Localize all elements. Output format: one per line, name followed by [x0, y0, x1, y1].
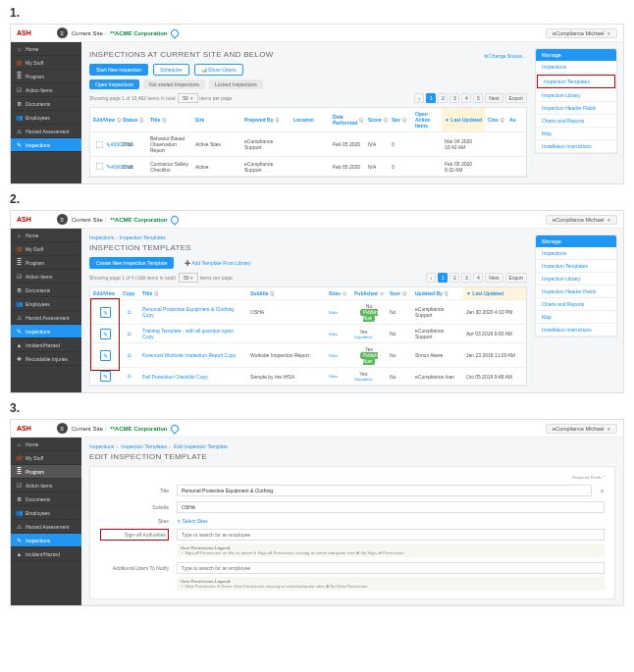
publish-badge[interactable]: Publish Now — [360, 352, 378, 365]
sidebar-item-recordable-injuries[interactable]: ✚Recordable Injuries — [11, 352, 81, 366]
sidebar-item-incident-hazard[interactable]: ▲Incident/Hazard — [11, 547, 81, 561]
template-title-link[interactable]: Personal Protective Equipment & Clothing… — [139, 300, 247, 324]
pager-prev[interactable]: ‹ — [426, 273, 436, 283]
pager-next[interactable]: Next — [485, 273, 502, 283]
template-title-link[interactable]: Training Template - with all question ty… — [139, 325, 247, 342]
row-checkbox[interactable] — [96, 140, 104, 148]
edit-icon[interactable]: ✎ — [100, 350, 111, 361]
pin-icon[interactable] — [170, 214, 181, 225]
unpublish-link[interactable]: Unpublish — [354, 335, 373, 339]
pager-prev[interactable]: ‹ — [414, 93, 424, 103]
edit-icon[interactable]: ✎ — [100, 329, 111, 339]
pager-next[interactable]: Next — [485, 93, 502, 103]
tab-not-started-inspections[interactable]: Not started Inspections — [143, 79, 205, 89]
sidebar-item-hazard-assessment[interactable]: ⚠Hazard Assessment — [11, 311, 81, 325]
copy-icon[interactable]: ⧉ — [128, 309, 132, 316]
copy-icon[interactable]: ⧉ — [128, 373, 132, 380]
sidebar-item-home[interactable]: ⌂Home — [11, 42, 81, 56]
sidebar-item-documents[interactable]: 🗎Documents — [11, 284, 81, 297]
pager-5[interactable]: 5 — [473, 93, 483, 103]
pager-export[interactable]: Export — [505, 273, 527, 283]
manage-item-inspection-header-fields[interactable]: Inspection Header Fields — [536, 285, 616, 298]
sidebar-item-employees[interactable]: 👥Employees — [11, 297, 81, 311]
user-chip[interactable]: eCompliance Michael ▾ — [546, 28, 617, 38]
edit-icon[interactable]: ✎ — [100, 371, 111, 382]
site-name[interactable]: **ACME Corporation — [110, 426, 167, 432]
manage-item-installation-instructions[interactable]: Installation Instructions — [536, 324, 616, 336]
sidebar-item-incident-hazard[interactable]: ▲Incident/Hazard — [11, 338, 81, 352]
copy-icon[interactable]: ⧉ — [128, 331, 132, 337]
manage-item-inspection-header-fields[interactable]: Inspection Header Fields — [536, 102, 616, 115]
pager-3[interactable]: 3 — [461, 273, 471, 283]
scheduler-button[interactable]: Scheduler — [153, 64, 189, 76]
sites-link[interactable]: Sites — [329, 332, 338, 336]
subtitle-input[interactable] — [177, 501, 605, 513]
sites-link[interactable]: Sites — [329, 310, 338, 315]
menu-icon[interactable]: ≡ — [57, 27, 68, 38]
pager-2[interactable]: 2 — [449, 273, 459, 283]
sidebar-item-program[interactable]: ≣Program — [11, 70, 81, 83]
add-from-library-link[interactable]: ➕ Add Template From Library — [185, 260, 250, 266]
manage-item-inspection-library[interactable]: Inspection Library — [536, 89, 616, 102]
manage-item-charts-and-reports[interactable]: Charts and Reports — [536, 115, 616, 128]
manage-item-map[interactable]: Map — [536, 311, 616, 324]
sidebar-item-program[interactable]: ≣Program — [11, 256, 81, 270]
pager-export[interactable]: Export — [505, 93, 527, 103]
edit-icon[interactable]: ✎ — [100, 307, 111, 318]
perpage-select[interactable]: 50▾ — [179, 273, 199, 283]
sidebar-item-action-items[interactable]: ☑Action Items — [11, 83, 81, 97]
site-name[interactable]: **ACME Corporation — [110, 217, 167, 223]
tab-open-inspections[interactable]: Open Inspections — [89, 79, 139, 89]
sidebar-item-documents[interactable]: 🗎Documents — [11, 492, 81, 506]
copy-icon[interactable]: ⧉ — [128, 352, 132, 359]
perpage-select[interactable]: 50▾ — [178, 93, 198, 103]
pager-4[interactable]: 4 — [461, 93, 471, 103]
show-charts-button[interactable]: 📊 Show Charts — [194, 64, 243, 76]
clear-icon[interactable]: ✕ — [600, 488, 605, 494]
manage-item-inspections[interactable]: Inspections — [536, 247, 616, 260]
tab-locked-inspections[interactable]: Locked Inspections — [209, 79, 263, 89]
manage-item-inspection-library[interactable]: Inspection Library — [536, 273, 616, 285]
unpublish-link[interactable]: Unpublish — [354, 377, 373, 382]
pin-icon[interactable] — [170, 27, 181, 38]
sidebar-item-inspections[interactable]: ✎Inspections — [11, 325, 81, 338]
pager-1[interactable]: 1 — [426, 93, 436, 103]
signoff-input[interactable] — [177, 529, 605, 541]
sidebar-item-home[interactable]: ⌂Home — [11, 438, 81, 451]
template-title-link[interactable]: Fall Protection Checklist Copy — [139, 368, 247, 385]
pager-1[interactable]: 1 — [438, 273, 448, 283]
sidebar-item-my-stuff[interactable]: 💼My Stuff — [11, 242, 81, 256]
sidebar-item-my-stuff[interactable]: 💼My Stuff — [11, 56, 81, 70]
sidebar-item-hazard-assessment[interactable]: ⚠Hazard Assessment — [11, 125, 81, 138]
sites-link[interactable]: Sites — [329, 374, 338, 379]
manage-item-inspections[interactable]: Inspections — [536, 61, 616, 74]
select-sites-link[interactable]: ✕ Select Sites — [177, 518, 208, 524]
manage-item-charts-and-reports[interactable]: Charts and Reports — [536, 298, 616, 311]
user-chip[interactable]: eCompliance Michael ▾ — [546, 424, 617, 434]
start-inspection-button[interactable]: Start New Inspection — [89, 64, 148, 76]
user-chip[interactable]: eCompliance Michael ▾ — [546, 215, 617, 225]
change-settings-link[interactable]: ⚙ Change Snows… — [484, 53, 527, 59]
site-name[interactable]: **ACME Corporation — [110, 30, 167, 36]
template-title-link[interactable]: Foremost Worksite Inspection Report Copy — [139, 343, 247, 367]
sidebar-item-documents[interactable]: 🗎Documents — [11, 97, 81, 111]
pager-2[interactable]: 2 — [438, 93, 448, 103]
sidebar-item-employees[interactable]: 👥Employees — [11, 111, 81, 125]
pin-icon[interactable] — [170, 423, 181, 434]
pager-4[interactable]: 4 — [473, 273, 483, 283]
manage-item-inspection-templates[interactable]: Inspection Templates — [537, 75, 615, 88]
sidebar-item-program[interactable]: ≣Program — [11, 465, 81, 479]
manage-item-map[interactable]: Map — [536, 128, 616, 140]
title-input[interactable] — [177, 485, 592, 496]
menu-icon[interactable]: ≡ — [57, 214, 68, 225]
sidebar-item-action-items[interactable]: ☑Action Items — [11, 479, 81, 492]
row-checkbox[interactable] — [96, 163, 104, 171]
publish-badge[interactable]: Publish Now — [360, 309, 378, 322]
sidebar-item-employees[interactable]: 👥Employees — [11, 506, 81, 520]
addl-users-input[interactable] — [177, 562, 605, 574]
sidebar-item-inspections[interactable]: ✎Inspections — [11, 138, 81, 152]
sidebar-item-hazard-assessment[interactable]: ⚠Hazard Assessment — [11, 520, 81, 534]
sidebar-item-action-items[interactable]: ☑Action Items — [11, 270, 81, 284]
manage-item-installation-instructions[interactable]: Installation Instructions — [536, 140, 616, 153]
sidebar-item-my-stuff[interactable]: 💼My Stuff — [11, 451, 81, 465]
